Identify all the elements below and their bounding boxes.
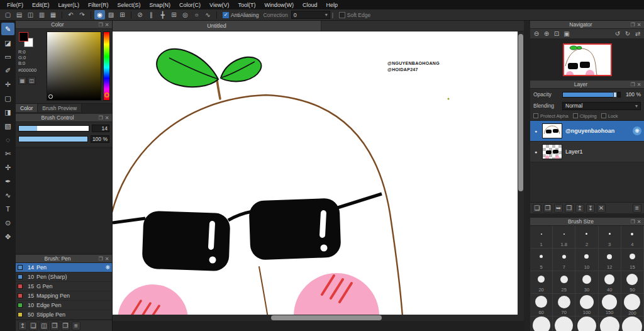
open-file-icon[interactable]: ▤ bbox=[14, 10, 25, 20]
palette-icon[interactable]: ▦ bbox=[18, 77, 26, 84]
popout-icon[interactable]: ❐ bbox=[630, 82, 636, 87]
select-ellipse-tool-icon[interactable]: ◌ bbox=[1, 133, 14, 146]
layer-visibility-dot[interactable]: ● bbox=[533, 150, 539, 154]
brush-size-option[interactable]: 7 bbox=[553, 249, 575, 271]
actual-size-icon[interactable]: ▣ bbox=[562, 30, 571, 38]
menu-item-help[interactable]: Help bbox=[321, 2, 342, 8]
hue-marker[interactable] bbox=[104, 93, 109, 98]
move-tool-icon[interactable]: ✛ bbox=[1, 78, 14, 91]
sv-marker[interactable] bbox=[48, 94, 53, 99]
export-icon[interactable]: ▥ bbox=[36, 10, 47, 20]
opacity-slider-handle[interactable] bbox=[613, 92, 617, 98]
layer-row-active[interactable]: ● @nguyenbaohoan ❋ bbox=[530, 121, 644, 142]
close-icon[interactable]: ✕ bbox=[104, 115, 110, 121]
document-tab[interactable]: Untitled bbox=[113, 21, 321, 31]
new-file-icon[interactable]: ▢ bbox=[3, 10, 13, 20]
magic-wand-tool-icon[interactable]: ✢ bbox=[1, 161, 14, 174]
eraser-tool-icon[interactable]: ◪ bbox=[1, 36, 14, 49]
select-rect-tool-icon[interactable]: ▢ bbox=[1, 92, 14, 104]
hue-slider[interactable] bbox=[103, 31, 110, 101]
save-brush-icon[interactable]: ◫ bbox=[40, 322, 48, 330]
menu-item-filter[interactable]: Filter(R) bbox=[84, 2, 113, 8]
brush-size-option[interactable]: 25 bbox=[553, 271, 575, 294]
zoom-out-icon[interactable]: ⊖ bbox=[532, 30, 541, 38]
layer-up-icon[interactable]: ↥ bbox=[575, 204, 584, 213]
brush-folder-icon[interactable]: ❒ bbox=[50, 322, 59, 330]
brush-menu-icon[interactable]: ≡ bbox=[72, 322, 80, 330]
brush-item-pen[interactable]: 14 Pen ❋ bbox=[16, 263, 112, 272]
brush-size-option[interactable]: 1 bbox=[530, 226, 553, 249]
brush-up-icon[interactable]: ↥ bbox=[18, 322, 27, 330]
brush-size-option[interactable]: 20 bbox=[530, 271, 553, 294]
lasso-tool-icon[interactable]: ✄ bbox=[1, 147, 14, 160]
curve-tool-icon[interactable]: ∿ bbox=[1, 189, 14, 201]
brush-size-option[interactable]: 1000 bbox=[621, 317, 644, 331]
close-icon[interactable]: ✕ bbox=[636, 219, 642, 225]
layer-opacity-slider[interactable] bbox=[562, 92, 621, 98]
horizontal-scrollbar[interactable] bbox=[113, 315, 524, 321]
brush-size-option[interactable]: 3 bbox=[599, 226, 621, 249]
snap-parallel-icon[interactable]: ∥ bbox=[146, 10, 157, 20]
menu-item-color[interactable]: Color(C) bbox=[175, 2, 205, 8]
duplicate-brush-icon[interactable]: ❐ bbox=[61, 322, 70, 330]
close-icon[interactable]: ✕ bbox=[104, 256, 110, 262]
menu-item-tool[interactable]: Tool(T) bbox=[233, 2, 260, 8]
brush-size-option[interactable]: 5 bbox=[530, 249, 553, 271]
snap-cross-icon[interactable]: ╋ bbox=[157, 10, 168, 20]
brush-size-option[interactable]: 100 bbox=[575, 294, 598, 317]
save-file-icon[interactable]: ◫ bbox=[25, 10, 36, 20]
close-icon[interactable]: ✕ bbox=[104, 22, 110, 28]
hand-tool-icon[interactable]: ✥ bbox=[1, 230, 14, 243]
protect-alpha-checkbox[interactable] bbox=[533, 113, 538, 118]
brush-item-edge-pen[interactable]: 10 Edge Pen bbox=[16, 301, 112, 310]
saturation-value-picker[interactable] bbox=[47, 31, 101, 101]
brush-item-pen-sharp[interactable]: 10 Pen (Sharp) bbox=[16, 272, 112, 282]
canvas-size-icon[interactable]: ▦ bbox=[48, 10, 58, 20]
zoom-in-icon[interactable]: ⊕ bbox=[542, 30, 551, 38]
brush-size-option[interactable]: 30 bbox=[575, 271, 598, 294]
brush-size-option[interactable]: 500 bbox=[575, 317, 598, 331]
brush-size-option[interactable]: 150 bbox=[599, 294, 621, 317]
canvas[interactable]: @NGUYENBAOHOANG @HOIDAP247 bbox=[113, 31, 518, 315]
delete-layer-icon[interactable]: ✕ bbox=[597, 204, 606, 213]
brush-size-option[interactable]: 300 bbox=[530, 317, 553, 331]
layer-row[interactable]: ● Layer1 bbox=[530, 142, 644, 162]
grid-mode-icon[interactable]: ⊞ bbox=[117, 10, 128, 20]
menu-item-snap[interactable]: Snap(N) bbox=[145, 2, 175, 8]
brush-opacity-value[interactable]: 100 % bbox=[91, 135, 109, 143]
fit-screen-icon[interactable]: ⊡ bbox=[552, 30, 561, 38]
menu-item-edit[interactable]: Edit(E) bbox=[28, 2, 54, 8]
undo-icon[interactable]: ↶ bbox=[65, 10, 76, 20]
brush-size-option[interactable]: 70 bbox=[553, 294, 575, 317]
clipping-checkbox[interactable] bbox=[573, 113, 578, 118]
bucket-tool-icon[interactable]: ◨ bbox=[1, 106, 14, 118]
foreground-color-swatch[interactable] bbox=[19, 32, 28, 42]
popout-icon[interactable]: ❐ bbox=[97, 256, 104, 262]
snap-grid-icon[interactable]: ⊞ bbox=[169, 10, 179, 20]
brush-size-option[interactable]: 200 bbox=[621, 294, 644, 317]
reset-view-icon[interactable]: ⇄ bbox=[633, 30, 642, 38]
add-brush-icon[interactable]: ❏ bbox=[29, 322, 38, 330]
layer-down-icon[interactable]: ↧ bbox=[586, 204, 595, 213]
snap-off-icon[interactable]: ⊘ bbox=[135, 10, 145, 20]
brush-item-stipple-pen[interactable]: 50 Stipple Pen bbox=[16, 310, 112, 320]
menu-item-file[interactable]: File(F) bbox=[3, 2, 28, 8]
dot-tool-icon[interactable]: ✐ bbox=[1, 64, 14, 77]
transfer-layer-icon[interactable]: ➥ bbox=[554, 204, 563, 213]
new-layer-icon[interactable]: ❏ bbox=[533, 204, 541, 213]
popout-icon[interactable]: ❐ bbox=[97, 22, 104, 28]
vertical-scrollbar-thumb[interactable] bbox=[518, 34, 523, 191]
rotate-right-icon[interactable]: ↻ bbox=[623, 30, 632, 38]
brush-size-slider[interactable] bbox=[18, 125, 89, 132]
popout-icon[interactable]: ❐ bbox=[630, 219, 636, 225]
navigator-thumbnail[interactable] bbox=[563, 43, 612, 76]
snap-radial-icon[interactable]: ◎ bbox=[180, 10, 191, 20]
antialiasing-checkbox[interactable]: ✓ bbox=[223, 12, 229, 18]
hatch-mode-icon[interactable]: ▨ bbox=[106, 10, 116, 20]
blending-dropdown[interactable]: Normal ▾ bbox=[562, 102, 641, 110]
duplicate-layer-icon[interactable]: ❐ bbox=[543, 204, 552, 213]
brush-size-option[interactable]: 10 bbox=[575, 249, 598, 271]
layer-menu-icon[interactable]: ≡ bbox=[633, 204, 641, 213]
menu-item-view[interactable]: View(V) bbox=[205, 2, 233, 8]
brush-size-option[interactable]: 1.8 bbox=[553, 226, 575, 249]
